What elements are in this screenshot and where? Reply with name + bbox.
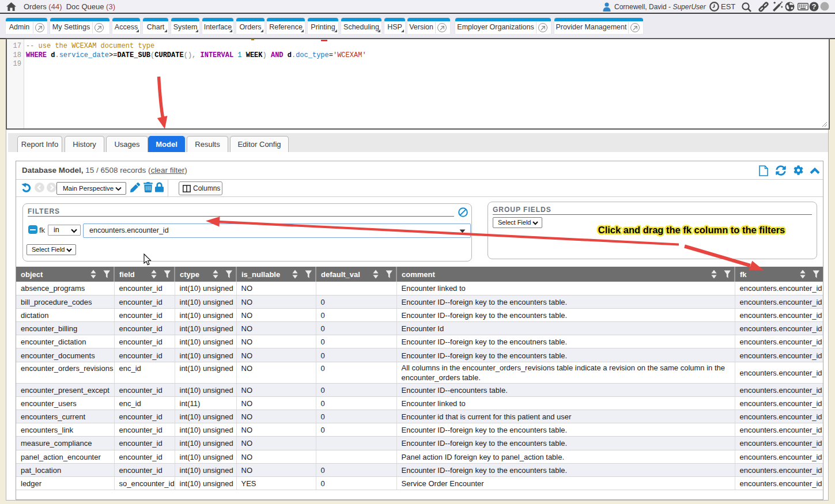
svg-text:?: ? [812,2,817,11]
